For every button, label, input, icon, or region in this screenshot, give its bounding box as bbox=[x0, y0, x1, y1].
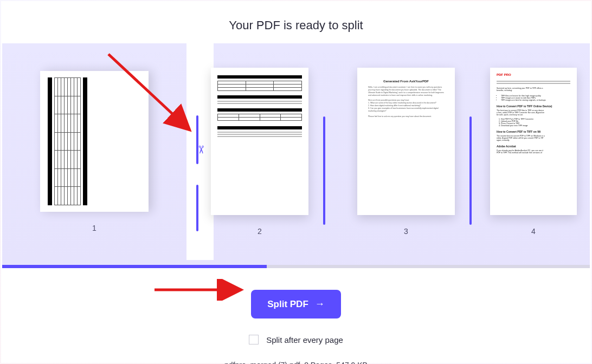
page-divider[interactable] bbox=[469, 116, 472, 225]
app-frame: Your PDF is ready to split 1 bbox=[1, 1, 591, 363]
page-divider[interactable] bbox=[323, 116, 325, 225]
page-number-label: 1 bbox=[92, 224, 96, 232]
page-slot-2[interactable]: 2 bbox=[186, 68, 333, 236]
split-every-label: Split after every page bbox=[266, 335, 343, 344]
page-thumbnail[interactable] bbox=[211, 68, 308, 215]
page-slot-4[interactable]: PDF PRO Summed up here, converting your … bbox=[479, 68, 588, 236]
page4-heading-2: How to Convert PDF to TIFF on Wi bbox=[497, 130, 570, 133]
page-thumbnail[interactable]: PDF PRO Summed up here, converting your … bbox=[490, 68, 577, 215]
horizontal-scrollbar[interactable] bbox=[2, 265, 590, 268]
page-title: Your PDF is ready to split bbox=[1, 1, 591, 43]
page3-heading: Generated From AskYourPDF bbox=[364, 80, 448, 83]
page4-heading-3: Adobe Acrobat bbox=[497, 145, 570, 148]
actions-area: Split PDF → Split after every page pdfpr… bbox=[1, 268, 591, 364]
scissors-icon[interactable]: ✂ bbox=[195, 145, 208, 154]
page-gallery: 1 2 bbox=[2, 43, 590, 268]
split-button-label: Split PDF bbox=[267, 299, 308, 310]
page-thumbnail[interactable]: Generated From AskYourPDF Hello, I am a … bbox=[357, 68, 455, 215]
page-number-label: 4 bbox=[531, 227, 536, 236]
page-thumbnail[interactable] bbox=[40, 71, 149, 212]
page-number-label: 2 bbox=[258, 227, 262, 236]
page-slot-1[interactable]: 1 bbox=[2, 71, 186, 232]
arrow-right-icon: → bbox=[315, 298, 325, 310]
file-summary: pdfpro_merged (7).pdf, 8 Pages, 547.9 KB bbox=[224, 361, 368, 364]
page-number-label: 3 bbox=[404, 227, 408, 236]
split-pdf-button[interactable]: Split PDF → bbox=[251, 290, 341, 318]
split-every-checkbox[interactable] bbox=[249, 335, 259, 344]
split-every-page-option[interactable]: Split after every page bbox=[249, 335, 343, 344]
page4-heading-1: How to Convert PDF to TIFF Online Device… bbox=[497, 105, 570, 108]
scrollbar-handle[interactable] bbox=[2, 265, 267, 268]
thumbnail-strip[interactable]: 1 2 bbox=[2, 43, 590, 260]
page4-brand: PDF PRO bbox=[497, 73, 570, 76]
page-slot-3[interactable]: Generated From AskYourPDF Hello, I am a … bbox=[333, 68, 479, 236]
